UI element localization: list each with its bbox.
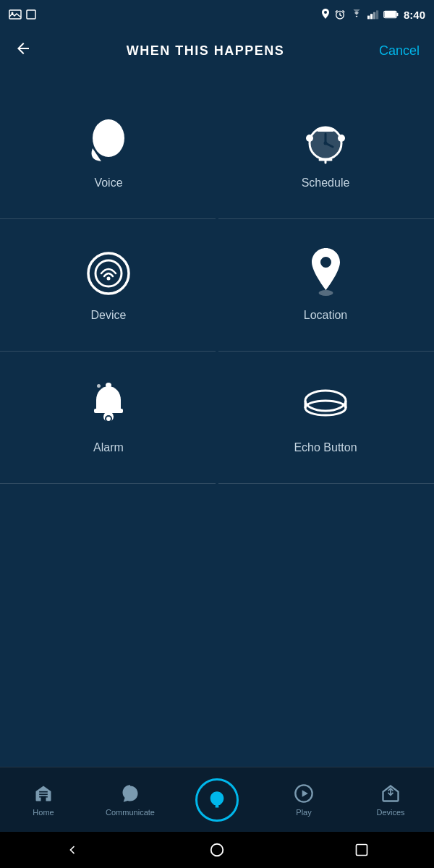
svg-rect-9 [370, 14, 373, 19]
svg-rect-11 [376, 10, 378, 19]
alarm-status-icon [334, 9, 346, 20]
home-nav-label: Home [33, 808, 54, 817]
image-icon [9, 9, 22, 20]
svg-point-25 [338, 135, 345, 142]
svg-rect-14 [385, 12, 396, 17]
home-icon [33, 783, 54, 804]
status-bar: 8:40 [0, 0, 434, 29]
alexa-button[interactable] [195, 778, 239, 822]
device-icon [83, 248, 134, 299]
svg-marker-44 [302, 790, 308, 796]
grid-row-3: Alarm Echo Button [0, 352, 434, 483]
grid-row-2: Device Location [0, 219, 434, 351]
communicate-nav-label: Communicate [106, 808, 155, 817]
svg-point-29 [318, 290, 333, 296]
echo-button-label: Echo Button [294, 441, 357, 454]
status-time: 8:40 [404, 9, 425, 21]
header: WHEN THIS HAPPENS Cancel [0, 29, 434, 72]
nav-communicate[interactable]: Communicate [87, 783, 174, 817]
echo-button-icon [300, 380, 351, 431]
svg-rect-8 [367, 16, 370, 20]
devices-nav-label: Devices [376, 808, 404, 817]
svg-rect-35 [97, 384, 101, 388]
square-icon [26, 9, 36, 20]
status-left [9, 9, 36, 20]
trigger-grid: Voice [0, 72, 434, 498]
svg-rect-47 [357, 845, 367, 856]
svg-rect-13 [396, 13, 398, 17]
svg-point-33 [106, 417, 111, 421]
svg-line-6 [336, 11, 337, 12]
location-cell[interactable]: Location [217, 219, 434, 351]
location-label: Location [304, 309, 348, 322]
divider-3 [0, 483, 434, 484]
svg-rect-18 [317, 128, 334, 132]
svg-point-46 [211, 844, 224, 856]
devices-icon [380, 783, 401, 804]
nav-alexa[interactable] [174, 778, 260, 822]
grid-row-1: Voice [0, 87, 434, 218]
communicate-icon [120, 783, 140, 804]
cancel-button[interactable]: Cancel [379, 43, 420, 59]
svg-rect-10 [373, 12, 375, 20]
alarm-icon [83, 380, 134, 431]
nav-home[interactable]: Home [0, 783, 87, 817]
svg-point-21 [324, 141, 328, 145]
device-cell[interactable]: Device [0, 219, 217, 351]
svg-line-7 [343, 11, 344, 12]
page-title: WHEN THIS HAPPENS [127, 43, 285, 59]
android-home-button[interactable] [209, 842, 225, 858]
nav-devices[interactable]: Devices [347, 783, 434, 817]
location-icon [300, 248, 351, 299]
battery-icon [383, 10, 399, 19]
wifi-status-icon [350, 9, 363, 20]
play-icon [294, 783, 314, 804]
svg-point-28 [106, 276, 110, 280]
voice-icon [83, 116, 134, 166]
android-nav-bar [0, 832, 434, 868]
status-right: 8:40 [321, 9, 425, 21]
schedule-cell[interactable]: Schedule [217, 87, 434, 218]
schedule-icon [300, 116, 351, 166]
svg-rect-34 [106, 383, 111, 388]
android-back-button[interactable] [65, 843, 80, 857]
svg-rect-2 [27, 10, 35, 19]
schedule-label: Schedule [302, 176, 350, 190]
bottom-nav: Home Communicate Play [0, 767, 434, 832]
back-button[interactable] [14, 40, 32, 61]
alarm-label: Alarm [93, 441, 124, 454]
android-recents-button[interactable] [354, 843, 369, 857]
location-status-icon [321, 9, 330, 20]
svg-point-15 [93, 119, 124, 157]
signal-icon [367, 9, 379, 20]
play-nav-label: Play [296, 808, 311, 817]
alarm-cell[interactable]: Alarm [0, 352, 217, 483]
nav-play[interactable]: Play [260, 783, 347, 817]
voice-label: Voice [94, 176, 122, 190]
voice-cell[interactable]: Voice [0, 87, 217, 218]
echo-button-cell[interactable]: Echo Button [217, 352, 434, 483]
device-label: Device [91, 309, 127, 322]
svg-point-24 [306, 135, 313, 142]
svg-line-5 [340, 15, 341, 16]
